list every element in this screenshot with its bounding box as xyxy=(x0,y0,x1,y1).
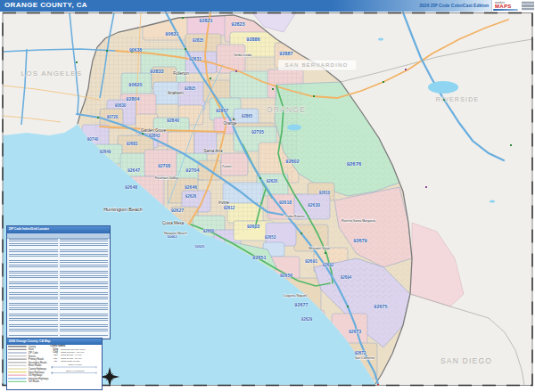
city-label: Orange xyxy=(223,121,237,126)
zip-label: 92705 xyxy=(251,129,264,135)
legend-line-sample xyxy=(8,369,27,370)
city-class-symbol: City xyxy=(50,355,61,356)
zip-label: 92626 xyxy=(185,194,197,199)
zip-label: 92843 xyxy=(149,134,160,138)
city-label: Tustin xyxy=(222,164,232,168)
zip-label: 92886 xyxy=(246,37,259,42)
city-label: Newport Beach xyxy=(164,232,187,235)
city-label: Irvine xyxy=(218,200,229,205)
city-class-symbol: City xyxy=(50,357,61,359)
zip-label: 92620 xyxy=(267,179,278,184)
city-class-label: Cities 10,000 - 24,999 xyxy=(61,357,81,359)
zip-index-column-left xyxy=(9,239,58,337)
city-label: Yorba Linda xyxy=(234,53,252,57)
city-class-label: Cities 25,000 - 99,999 xyxy=(61,355,81,356)
zip-label: 92630 xyxy=(308,202,320,208)
zip-label: 92646 xyxy=(185,184,197,190)
county-label: SAN DIEGO xyxy=(440,356,492,365)
legend-line-label: State xyxy=(29,348,34,351)
legend-line-label: County Highways xyxy=(29,368,46,371)
zip-label: 92805 xyxy=(185,86,196,91)
scale-miles: Scale in Miles xyxy=(50,364,100,369)
irvine-lake xyxy=(287,125,301,131)
legend-row: Toll Roads xyxy=(8,380,101,384)
city-label: Rancho Santa Margarita xyxy=(342,219,375,223)
logo-side-panel xyxy=(522,1,534,11)
zip-label: 92675 xyxy=(374,304,387,309)
zip-label: 90630 xyxy=(115,103,127,108)
zip-label: 92618 xyxy=(279,200,292,205)
zip-label: 92691 xyxy=(305,258,317,264)
zip-label: 92660 xyxy=(203,229,215,233)
city-label: Anaheim xyxy=(168,91,184,95)
zip-label: 92823 xyxy=(231,21,244,27)
logo-swoosh xyxy=(493,9,518,11)
legend-line-sample xyxy=(8,365,27,366)
legend-line-sample xyxy=(8,378,27,379)
city-label: Huntington Beach xyxy=(103,207,143,212)
zip-label: 92704 xyxy=(185,167,200,173)
zip-label: 92840 xyxy=(167,118,179,123)
legend-line-sample xyxy=(8,359,27,360)
zip-index-panel: ZIP Code Index/Grid Locator ZIP Code ZIP… xyxy=(6,225,111,339)
city-class-row: CityCities Under 10,000 xyxy=(50,360,100,363)
legend-line-label: Streets xyxy=(29,355,36,357)
map-title: ORANGE COUNTY, CA xyxy=(4,1,87,9)
legend-line-label: Toll Roads xyxy=(29,380,39,383)
zip-label: 92821 xyxy=(199,18,212,23)
legend-line-label: State Highways xyxy=(29,371,45,373)
zip-label: 92865 xyxy=(242,114,253,118)
zip-label: 92602 xyxy=(285,159,299,164)
city-label: Lake Forest xyxy=(285,214,305,218)
zip-label: 92676 xyxy=(347,161,362,167)
zip-label: 90638 xyxy=(129,47,142,53)
city-class-label: Cities Under 10,000 xyxy=(61,360,79,362)
legend-title: 2026 Orange County, CA Map xyxy=(7,339,50,343)
city-class-rows: CityCities 500,000 and AboveCityCities 1… xyxy=(50,347,100,363)
zip-label: 92833 xyxy=(150,69,163,74)
county-label: RIVERSIDE xyxy=(436,96,480,102)
zip-index-title: ZIP Code Index/Grid Locator xyxy=(7,226,49,231)
scale-kilometers: Scale in Kilometers xyxy=(50,370,100,374)
legend-line-label: Secondary Roads xyxy=(29,361,47,363)
city-class-label: Cities 100,000 - 499,999 xyxy=(61,351,84,353)
zip-label: 92647 xyxy=(128,167,140,173)
zip-label: 90620 xyxy=(128,82,142,87)
legend-line-sample xyxy=(8,375,27,376)
zip-label: 90720 xyxy=(107,115,119,119)
city-label: Fountain Valley xyxy=(155,176,178,180)
legend-line-sample xyxy=(8,346,27,347)
zip-label: 92656 xyxy=(280,273,292,278)
zip-label: 92679 xyxy=(353,238,366,243)
zip-label: 92677 xyxy=(294,302,308,307)
zip-label: 92683 xyxy=(127,142,138,146)
legend-line-label: Interstate Highways xyxy=(29,377,49,380)
legend-cities-column: Cities/Towns CityCities 500,000 and Abov… xyxy=(50,345,100,374)
zip-label: 92625 xyxy=(194,244,205,249)
zip-label: 92648 xyxy=(125,184,137,190)
zip-label: 92692 xyxy=(323,263,334,267)
city-class-label: Cities 500,000 and Above xyxy=(61,348,85,350)
zip-index-column-right xyxy=(60,239,109,337)
legend-line-sample xyxy=(8,355,27,356)
county-label: LOS ANGELES xyxy=(21,69,83,78)
zip-label: 92649 xyxy=(100,150,111,154)
legend-line-label: Primary Roads xyxy=(29,358,44,361)
city-label: Costa Mesa xyxy=(162,221,185,225)
zip-label: 92694 xyxy=(341,275,352,280)
legend-line-label: ZIP Code xyxy=(29,352,38,355)
zip-label: 90740 xyxy=(87,137,99,142)
zip-label: 92887 xyxy=(279,51,292,56)
city-class-symbol: City xyxy=(50,361,61,363)
city-label: Fullerton xyxy=(173,71,189,76)
publisher-logo: market MAPS xyxy=(491,0,535,12)
legend-line-label: County xyxy=(29,345,36,347)
legend-line-label: US Highways xyxy=(29,374,43,377)
legend-line-sample xyxy=(8,372,27,372)
edition-label: 2026 ZIP Code ColorCast Edition xyxy=(419,3,489,8)
zip-label: 92610 xyxy=(319,191,331,195)
legend-line-label: Minor Roads xyxy=(29,364,42,367)
zip-index-table xyxy=(9,239,108,337)
zip-label: 92835 xyxy=(193,38,204,43)
zip-label: 92867 xyxy=(216,108,228,113)
